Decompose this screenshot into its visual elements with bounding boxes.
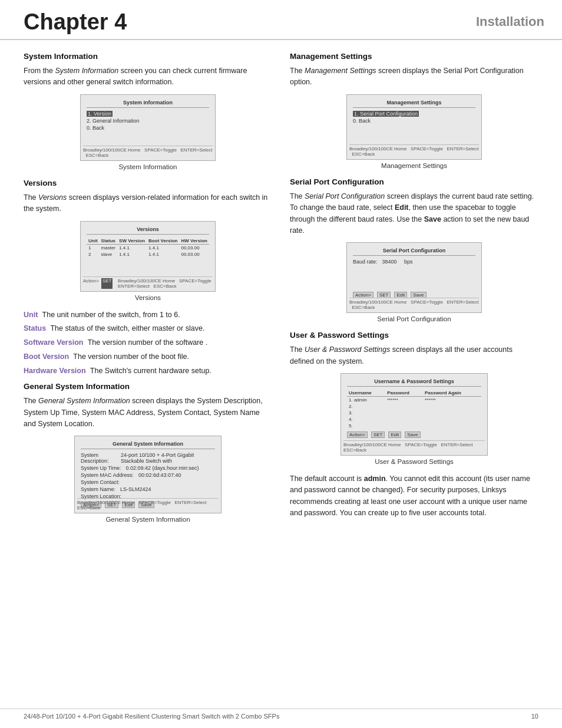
serial-port-screen: Serial Port Configuration Baud rate: 384… bbox=[346, 242, 482, 313]
col-status: Status bbox=[100, 238, 117, 245]
table-row: 1. admin ****** ****** bbox=[347, 397, 481, 404]
col-password-again: Password Again bbox=[423, 390, 481, 397]
versions-heading: Versions bbox=[24, 179, 272, 187]
screen-footer-versions: Action> SET Broadley/100/100CE Home SPAC… bbox=[83, 276, 213, 289]
footer-right: 10 bbox=[531, 713, 538, 720]
action-save-user[interactable]: Save bbox=[405, 431, 420, 438]
table-row: 1 master 1.4.1 1.4.1 00.03.00 bbox=[87, 244, 209, 251]
general-sysinfo-screen: General System Information System Descri… bbox=[74, 436, 222, 513]
screen-actions-userpwd: Action> SET Edit Save bbox=[347, 431, 481, 438]
caption-sysinfo: System Information bbox=[24, 163, 272, 170]
section-general-system-info: General System Information The General S… bbox=[24, 382, 272, 523]
screen-title-gen-sysinfo: General System Information bbox=[81, 441, 215, 449]
screen-title-versions: Versions bbox=[87, 226, 209, 235]
field-name: System Name: LS-SLM2424 bbox=[81, 486, 215, 492]
section-system-information: System Information From the System Infor… bbox=[24, 52, 272, 170]
screen-title-serial: Serial Port Configuration bbox=[353, 248, 475, 256]
def-unit: Unit The unit number of the switch, from… bbox=[24, 309, 272, 321]
field-desc: System Description: 24-port 10/100 + 4-P… bbox=[81, 452, 215, 464]
system-info-screen: System Information 1. Version 2. General… bbox=[80, 94, 216, 161]
user-pwd-screen: Username & Password Settings Username Pa… bbox=[340, 373, 488, 456]
system-info-heading: System Information bbox=[24, 52, 272, 61]
screen-line-1: 1. Version bbox=[87, 111, 209, 117]
caption-gen-sysinfo: General System Information bbox=[24, 516, 272, 523]
user-table: Username Password Password Again 1. admi… bbox=[347, 390, 481, 429]
def-sw-version: Software Version The version number of t… bbox=[24, 337, 272, 348]
chapter-title: Chapter 4 bbox=[24, 11, 127, 33]
versions-body: The Versions screen displays version-rel… bbox=[24, 192, 272, 215]
caption-serial: Serial Port Configuration bbox=[290, 315, 538, 322]
section-user-password: User & Password Settings The User & Pass… bbox=[290, 331, 538, 519]
section-title: Installation bbox=[476, 14, 544, 29]
serial-port-heading: Serial Port Configuration bbox=[290, 177, 538, 186]
field-baud: Baud rate: 38400 bps bbox=[353, 259, 475, 265]
field-mac: System MAC Address: 00:02:6d:43:07:40 bbox=[81, 472, 215, 478]
user-pwd-body2: The default account is admin. You cannot… bbox=[290, 473, 538, 519]
user-pwd-body: The User & Password Settings screen disp… bbox=[290, 344, 538, 367]
footer-left: 24/48-Port 10/100 + 4-Port Gigabit Resil… bbox=[24, 713, 279, 720]
def-hw-version: Hardware Version The Switch's current ha… bbox=[24, 365, 272, 377]
col-boot: Boot Version bbox=[147, 238, 179, 245]
field-contact: System Contact: bbox=[81, 479, 215, 485]
table-row: 2. bbox=[347, 403, 481, 410]
col-password: Password bbox=[385, 390, 423, 397]
col-username: Username bbox=[347, 390, 385, 397]
versions-table: Unit Status SW Version Boot Version HW V… bbox=[87, 238, 209, 258]
mgmt-settings-body: The Management Settings screen displays … bbox=[290, 65, 538, 88]
caption-userpwd: User & Password Settings bbox=[290, 458, 538, 465]
def-status: Status The status of the switch, either … bbox=[24, 323, 272, 334]
screen-footer-serial: Broadley/100/100CE Home SPACE=Toggle ENT… bbox=[349, 298, 479, 310]
caption-mgmt: Management Settings bbox=[290, 162, 538, 169]
col-unit: Unit bbox=[87, 238, 100, 245]
col-sw: SW Version bbox=[117, 238, 147, 245]
table-row: 4. bbox=[347, 416, 481, 423]
mgmt-settings-heading: Management Settings bbox=[290, 52, 538, 61]
screen-line-3: 0. Back bbox=[87, 125, 209, 131]
screen-footer-gen: Broadley/100/100CE Home SPACE=Toggle ENT… bbox=[77, 498, 219, 510]
screen-title-mgmt: Management Settings bbox=[353, 100, 475, 108]
page-footer: 24/48-Port 10/100 + 4-Port Gigabit Resil… bbox=[0, 709, 562, 720]
system-info-body: From the System Information screen you c… bbox=[24, 65, 272, 88]
general-sysinfo-body: The General System Information screen di… bbox=[24, 396, 272, 430]
field-uptime: System Up Time: 0.02:09:42 (days.hour:mi… bbox=[81, 465, 215, 471]
versions-screen: Versions Unit Status SW Version Boot Ver… bbox=[80, 221, 216, 292]
screen-line-2: 2. General Information bbox=[87, 118, 209, 124]
screen-title-userpwd: Username & Password Settings bbox=[347, 378, 481, 387]
def-boot-version: Boot Version The version number of the b… bbox=[24, 351, 272, 363]
screen-footer-userpwd: Broadley/100/100CE Home SPACE=Toggle ENT… bbox=[343, 440, 485, 453]
definitions-list: Unit The unit number of the switch, from… bbox=[24, 309, 272, 377]
section-versions: Versions The Versions screen displays ve… bbox=[24, 179, 272, 301]
col-hw: HW Version bbox=[179, 238, 209, 245]
action-set-user[interactable]: SET bbox=[371, 431, 385, 438]
right-column: Management Settings The Management Setti… bbox=[290, 52, 538, 531]
section-management-settings: Management Settings The Management Setti… bbox=[290, 52, 538, 169]
action-edit-user[interactable]: Edit bbox=[388, 431, 401, 438]
screen-line-back: 0. Back bbox=[353, 118, 475, 124]
screen-footer-mgmt: Broadley/100/100CE Home SPACE=Toggle ENT… bbox=[349, 144, 479, 157]
content-area: System Information From the System Infor… bbox=[0, 52, 562, 531]
screen-title-sysinfo: System Information bbox=[87, 100, 209, 108]
general-sysinfo-heading: General System Information bbox=[24, 382, 272, 391]
page-header: Chapter 4 Installation bbox=[0, 0, 562, 40]
screen-line-serial: 1. Serial Port Configuration bbox=[353, 111, 475, 117]
table-row: 3. bbox=[347, 410, 481, 416]
caption-versions: Versions bbox=[24, 294, 272, 301]
section-serial-port: Serial Port Configuration The Serial Por… bbox=[290, 177, 538, 323]
user-pwd-heading: User & Password Settings bbox=[290, 331, 538, 340]
table-row: 5. bbox=[347, 423, 481, 429]
serial-port-body: The Serial Port Configuration screen dis… bbox=[290, 191, 538, 237]
mgmt-settings-screen: Management Settings 1. Serial Port Confi… bbox=[346, 94, 482, 160]
table-row: 2 slave 1.4.1 1.4.1 00.03.00 bbox=[87, 251, 209, 258]
screen-footer-sysinfo: Broadley/100/100CE Home SPACE=Toggle ENT… bbox=[83, 146, 213, 158]
left-column: System Information From the System Infor… bbox=[24, 52, 272, 531]
